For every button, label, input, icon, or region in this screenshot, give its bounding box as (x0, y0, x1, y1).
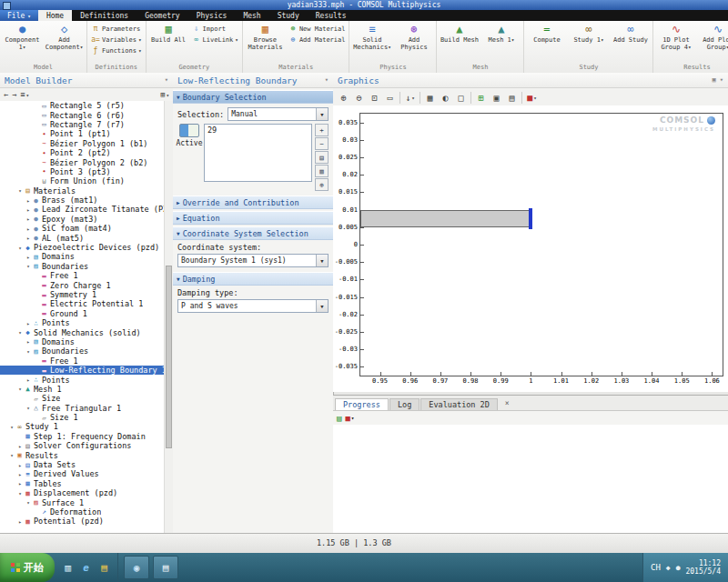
start-button[interactable]: 开始 (0, 553, 55, 582)
menu-tab-mesh[interactable]: Mesh (235, 10, 268, 21)
tree-scrollbar[interactable] (164, 101, 173, 533)
export-image-button[interactable]: ■▾ (524, 90, 540, 105)
tab-log[interactable]: Log (389, 398, 420, 410)
coordinate-system-dropdown[interactable]: Boundary System 1 (sys1) ▼ (177, 254, 329, 267)
go-to-default-view-button[interactable]: ↓▾ (402, 90, 418, 105)
paste-selection-button[interactable]: ▥ (315, 165, 329, 177)
forward-button[interactable]: → (12, 90, 16, 99)
expanded-arrow-icon[interactable]: ▾ (8, 424, 15, 430)
ribbon-build-mesh-button[interactable]: ▲Build Mesh (439, 22, 480, 63)
tree-item-displacement-pzd[interactable]: ▾▩Displacement (pzd) (0, 488, 165, 497)
clock[interactable]: 11:12 2015/5/4 (685, 559, 721, 576)
stop-button[interactable]: ■▾ (345, 414, 354, 423)
tree-item-boundaries[interactable]: ▾▨Boundaries (0, 262, 165, 271)
panel-menu-icon[interactable]: ▾ (325, 76, 329, 84)
select-boundaries-button[interactable]: ⊞ (473, 90, 489, 105)
plot-area[interactable]: 0.950.960.970.980.9911.011.021.031.041.0… (359, 113, 723, 376)
menu-tab-geometry[interactable]: Geometry (136, 10, 188, 21)
tree-item-size-1[interactable]: ▱Size 1 (0, 413, 165, 422)
tree-item-piezoelectric-devices-pzd[interactable]: ▾◆Piezoelectric Devices (pzd) (0, 243, 165, 252)
expanded-arrow-icon[interactable]: ▾ (16, 187, 24, 194)
tree-item-derived-values[interactable]: ▸≡Derived Values (0, 469, 165, 478)
chevron-down-icon[interactable]: ▼ (316, 108, 328, 120)
image-snapshot-button[interactable]: ▣ (489, 90, 504, 105)
zoom-to-selection-button[interactable]: ⊕ (315, 178, 329, 191)
ribbon-add-component-button[interactable]: ◇Add Component▾ (44, 22, 85, 63)
menu-tab-definitions[interactable]: Definitions (72, 10, 136, 21)
ribbon-add-plot-group-button[interactable]: ∿Add Plot Group▾ (697, 22, 728, 63)
tree-item-step-1-frequency-domain[interactable]: ▦Step 1: Frequency Domain (0, 432, 165, 441)
collapsed-arrow-icon[interactable]: ▸ (25, 235, 32, 241)
tree-item-brass-mat1[interactable]: ▸●Brass (mat1) (0, 196, 165, 205)
collapsed-arrow-icon[interactable]: ▸ (25, 206, 32, 213)
expand-progress-button[interactable]: ▤ (337, 414, 341, 423)
zoom-extents-button[interactable]: ⊡ (367, 90, 382, 105)
tab-evaluation-2d[interactable]: Evaluation 2D (420, 398, 498, 410)
model-tree-options-button[interactable]: ⊞▾ (160, 90, 169, 99)
collapsed-arrow-icon[interactable]: ▸ (25, 338, 32, 345)
tree-item-zero-charge-1[interactable]: ▬Zero Charge 1 (0, 280, 165, 289)
tree-item-form-union-fin[interactable]: ⊎Form Union (fin) (0, 176, 165, 186)
tree-item-rectangle-5-r5[interactable]: ▭Rectangle 5 (r5) (0, 101, 165, 110)
tree-item-points[interactable]: ▸∴Points (0, 375, 165, 384)
collapsed-arrow-icon[interactable]: ▸ (25, 226, 32, 232)
tree-item-electric-potential-1[interactable]: ▬Electric Potential 1 (0, 299, 165, 308)
tree-item-study-1[interactable]: ▾∞Study 1 (0, 422, 165, 431)
tab-progress[interactable]: Progress (335, 398, 389, 410)
tree-item-size[interactable]: ▱Size (0, 394, 165, 403)
tree-item-point-2-pt2[interactable]: •Point 2 (pt2) (0, 148, 165, 157)
ribbon-add-material-button[interactable]: ⊕Add Material (287, 35, 348, 45)
show-grid-button[interactable]: ▦ (422, 90, 438, 105)
ribbon-browse-materials-button[interactable]: ▦Browse Materials (245, 22, 286, 63)
add-to-selection-button[interactable]: + (315, 124, 329, 136)
tree-item-rectangle-7-r7[interactable]: ▭Rectangle 7 (r7) (0, 120, 165, 129)
selection-dropdown[interactable]: Manual ▼ (228, 107, 329, 121)
document-app-taskbar-button[interactable]: ▤ (153, 556, 178, 579)
tree-item-free-1[interactable]: ▬Free 1 (0, 271, 165, 280)
menu-tab-physics[interactable]: Physics (188, 10, 236, 21)
collapse-expand-button[interactable]: ≡▾ (20, 90, 29, 99)
expanded-arrow-icon[interactable]: ▾ (25, 405, 32, 411)
tree-item-mesh-1[interactable]: ▾▲Mesh 1 (0, 385, 165, 394)
tree-item-sic-foam-mat4[interactable]: ▸●SiC foam (mat4) (0, 224, 165, 233)
section-override-contribution[interactable]: ▶ Override and Contribution (173, 196, 333, 209)
internet-explorer-icon[interactable]: e (79, 561, 93, 575)
tree-item-data-sets[interactable]: ▸▤Data Sets (0, 460, 165, 469)
collapsed-arrow-icon[interactable]: ▸ (16, 518, 24, 525)
chevron-down-icon[interactable]: ▼ (316, 255, 328, 266)
close-tab-icon[interactable]: × (502, 399, 512, 407)
selection-list-item[interactable]: 29 (207, 125, 308, 135)
ribbon-study-1-button[interactable]: ∞Study 1▾ (568, 22, 609, 63)
ribbon-1d-plot-group-4-button[interactable]: ∿1D Plot Group 4▾ (655, 22, 696, 63)
network-icon[interactable]: ● (676, 564, 681, 572)
scrollbar-thumb[interactable] (166, 266, 172, 449)
tree-item-potential-pzd[interactable]: ▸▩Potential (pzd) (0, 517, 165, 526)
selected-boundary-highlight[interactable] (529, 208, 532, 229)
collapsed-arrow-icon[interactable]: ▸ (25, 320, 32, 326)
tree-item-points[interactable]: ▸∴Points (0, 318, 165, 327)
ribbon-parameters-button[interactable]: πParameters (89, 24, 144, 34)
back-button[interactable]: ← (4, 90, 8, 99)
expanded-arrow-icon[interactable]: ▾ (16, 386, 24, 392)
ribbon-functions-button[interactable]: ƒFunctions▾ (89, 45, 144, 55)
tree-item-solid-mechanics-solid[interactable]: ▾◆Solid Mechanics (solid) (0, 327, 165, 336)
ribbon-mesh-1-button[interactable]: ▲Mesh 1▾ (480, 22, 521, 63)
tree-item-free-triangular-1[interactable]: ▾△Free Triangular 1 (0, 404, 165, 413)
collapsed-arrow-icon[interactable]: ▸ (16, 471, 24, 477)
tree-item-results[interactable]: ▾▣Results (0, 450, 165, 459)
tree-item-materials[interactable]: ▾▤Materials (0, 186, 165, 196)
damping-type-dropdown[interactable]: P and S waves ▼ (177, 299, 329, 313)
active-toggle[interactable] (179, 124, 199, 137)
zoom-box-button[interactable]: ▭ (382, 90, 398, 105)
boundary-selection-list[interactable]: 29 (204, 124, 312, 182)
section-coordinate-system[interactable]: ▼ Coordinate System Selection (173, 226, 333, 240)
panel-menu-icon[interactable]: ▾ (720, 76, 723, 84)
tree-item-domains[interactable]: ▸▧Domains (0, 337, 165, 346)
tree-item-domains[interactable]: ▸▧Domains (0, 252, 165, 261)
tree-item-ground-1[interactable]: ▬Ground 1 (0, 309, 165, 318)
expanded-arrow-icon[interactable]: ▾ (25, 348, 32, 355)
geometry-bar[interactable] (360, 210, 531, 227)
menu-tab-home[interactable]: Home (38, 10, 72, 21)
collapsed-arrow-icon[interactable]: ▸ (25, 376, 32, 383)
ribbon-add-physics-button[interactable]: ⊛Add Physics (393, 22, 434, 63)
